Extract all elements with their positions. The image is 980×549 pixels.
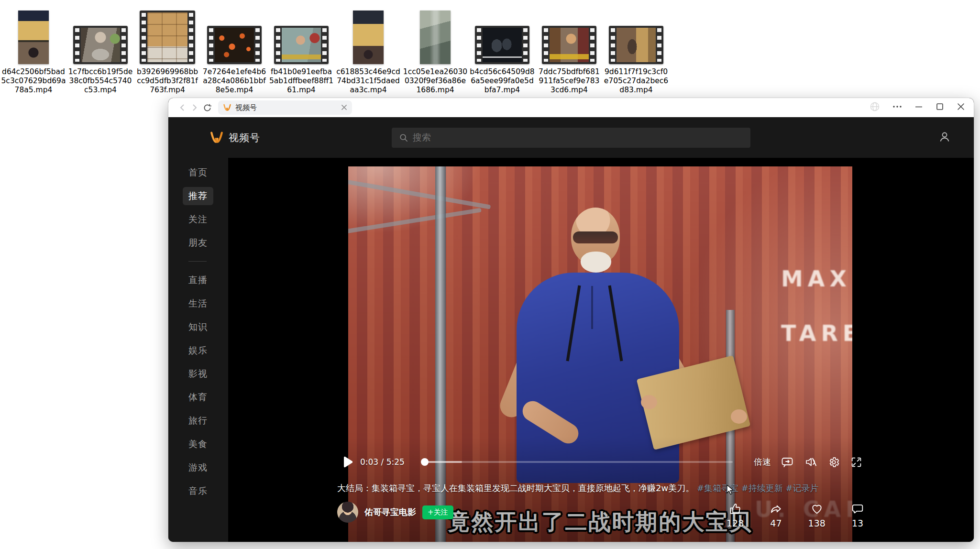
search-icon bbox=[399, 133, 408, 142]
man-arm bbox=[637, 320, 703, 410]
app-header: 视频号 搜索 bbox=[168, 117, 974, 158]
share-icon bbox=[769, 503, 782, 515]
app-window: 视频号 bbox=[168, 98, 974, 542]
video-thumbnail bbox=[353, 11, 384, 64]
channels-app: 视频号 搜索 首页 bbox=[168, 117, 974, 542]
sidebar-item[interactable]: 知识 bbox=[188, 315, 228, 339]
desktop-video-file[interactable]: d64c2506bf5bad5c3c07629bd69a78a5.mp4 bbox=[0, 7, 67, 95]
sidebar-item[interactable]: 朋友 bbox=[188, 231, 228, 254]
desktop-file-grid: d64c2506bf5bad5c3c07629bd69a78a5.mp4 1c7… bbox=[0, 7, 670, 95]
file-name: 9d611f7f19c3cf0e705c27da2bec6d83.mp4 bbox=[604, 67, 669, 95]
hashtags[interactable]: #集箱寻宝 #持续更新 #记录片 bbox=[697, 483, 819, 493]
settings-gear-icon[interactable] bbox=[828, 456, 840, 468]
sidebar-item[interactable]: 直播 bbox=[188, 268, 228, 292]
lanyard bbox=[608, 285, 623, 362]
progress-bar[interactable] bbox=[422, 461, 733, 463]
thumbs-up-icon bbox=[728, 503, 742, 515]
video-description[interactable]: 大结局：集装箱寻宝，寻宝人在集装箱里发现二战时期大宝贝，直接原地起飞，净赚2w美… bbox=[337, 483, 819, 494]
video-thumbnail bbox=[274, 26, 329, 64]
player-controls: 0:03 / 5:25 倍速 bbox=[343, 454, 862, 470]
fullscreen-icon[interactable] bbox=[850, 456, 862, 468]
sunglasses bbox=[573, 231, 618, 243]
desktop-video-file[interactable]: fb41b0e91eefba5ab1dffbeef88ff161.mp4 bbox=[268, 7, 335, 95]
beard bbox=[581, 252, 611, 273]
tab-close-icon[interactable] bbox=[341, 103, 347, 112]
man-arm bbox=[519, 397, 583, 448]
playback-speed-button[interactable]: 倍速 bbox=[754, 456, 771, 468]
account-row: 佑哥寻宝电影 +关注 bbox=[337, 502, 453, 523]
man-arm bbox=[496, 323, 553, 420]
video-thumbnail bbox=[420, 11, 451, 64]
file-name: c618853c46e9cd74bd31c1f5daedaa3c.mp4 bbox=[336, 67, 401, 95]
desktop-video-file[interactable]: 9d611f7f19c3cf0e705c27da2bec6d83.mp4 bbox=[603, 7, 670, 95]
video-thumbnail bbox=[542, 26, 596, 64]
like-action[interactable]: 128 bbox=[727, 503, 744, 528]
man-head bbox=[571, 208, 620, 265]
desktop-video-file[interactable]: b3926969968bbcc9d5dfb3f2f81f763f.mp4 bbox=[134, 7, 201, 95]
sidebar-item[interactable]: 首页 bbox=[188, 161, 228, 184]
desktop-video-file[interactable]: b4cd56c64509d86a5eee99fa0e5dbfa7.mp4 bbox=[469, 7, 536, 95]
file-name: 7ddc75bdfbf681911fa5cef9e7833cd6.mp4 bbox=[537, 67, 602, 95]
sidebar-item[interactable]: 音乐 bbox=[188, 479, 228, 503]
sidebar-item[interactable]: 推荐 bbox=[188, 184, 228, 208]
file-name: 1c7fbcc6b19f5de38c0fb554c5740c53.mp4 bbox=[68, 67, 133, 95]
share-count: 47 bbox=[770, 518, 782, 528]
desktop-video-file[interactable]: 1cc05e1ea260300320f9ef36a86e1686.mp4 bbox=[402, 7, 469, 95]
video-thumbnail bbox=[475, 26, 529, 64]
sidebar-item[interactable]: 娱乐 bbox=[188, 339, 228, 362]
sidebar-item[interactable]: 游戏 bbox=[188, 456, 228, 479]
action-bar: 128 47 138 bbox=[727, 503, 864, 528]
sidebar-item[interactable]: 影视 bbox=[188, 362, 228, 385]
sidebar-item[interactable]: 旅行 bbox=[188, 409, 228, 432]
minimize-icon[interactable] bbox=[914, 102, 923, 113]
desktop-video-file[interactable]: c618853c46e9cd74bd31c1f5daedaa3c.mp4 bbox=[335, 7, 402, 95]
lanyard bbox=[566, 285, 581, 362]
favorite-action[interactable]: 138 bbox=[808, 503, 826, 528]
like-count: 128 bbox=[727, 518, 744, 528]
danmaku-icon[interactable] bbox=[782, 456, 794, 468]
refresh-icon[interactable] bbox=[201, 101, 213, 114]
desktop-video-file[interactable]: 7e7264e1efe4b6a28c4a086b1bbf8e5e.mp4 bbox=[201, 7, 268, 95]
author-name[interactable]: 佑哥寻宝电影 bbox=[364, 506, 416, 518]
sidebar-item[interactable]: 关注 bbox=[188, 208, 228, 231]
clipboard bbox=[637, 355, 751, 450]
window-titlebar: 视频号 bbox=[168, 98, 974, 117]
play-icon[interactable] bbox=[343, 456, 352, 468]
muted-volume-icon[interactable] bbox=[805, 456, 817, 468]
file-name: d64c2506bf5bad5c3c07629bd69a78a5.mp4 bbox=[1, 67, 66, 95]
file-name: b4cd56c64509d86a5eee99fa0e5dbfa7.mp4 bbox=[470, 67, 535, 95]
brand-title: 视频号 bbox=[229, 131, 260, 144]
sidebar-item[interactable]: 生活 bbox=[188, 292, 228, 315]
video-player[interactable]: MAX. G TARE U. CAP bbox=[228, 158, 974, 542]
maximize-icon[interactable] bbox=[936, 102, 944, 113]
progress-knob[interactable] bbox=[421, 458, 429, 466]
brand[interactable]: 视频号 bbox=[209, 131, 260, 144]
avatar[interactable] bbox=[337, 502, 358, 523]
time-display: 0:03 / 5:25 bbox=[360, 457, 405, 467]
container-stencil-text: TARE bbox=[781, 320, 852, 346]
file-name: fb41b0e91eefba5ab1dffbeef88ff161.mp4 bbox=[269, 67, 334, 95]
channels-logo-icon bbox=[223, 104, 231, 111]
more-options-icon[interactable] bbox=[892, 102, 902, 113]
container-stencil-text: MAX. G bbox=[781, 266, 852, 292]
desktop-video-file[interactable]: 7ddc75bdfbf681911fa5cef9e7833cd6.mp4 bbox=[536, 7, 603, 95]
mouse-cursor bbox=[726, 484, 735, 497]
heart-icon bbox=[810, 503, 824, 515]
hand bbox=[731, 409, 747, 424]
sidebar-item[interactable]: 美食 bbox=[188, 432, 228, 456]
follow-button[interactable]: +关注 bbox=[422, 505, 453, 519]
back-icon[interactable] bbox=[176, 101, 188, 114]
forward-icon[interactable] bbox=[188, 101, 201, 114]
desktop-video-file[interactable]: 1c7fbcc6b19f5de38c0fb554c5740c53.mp4 bbox=[67, 7, 134, 95]
video-thumbnail bbox=[18, 11, 49, 64]
share-action[interactable]: 47 bbox=[769, 503, 782, 528]
profile-icon[interactable] bbox=[938, 131, 951, 145]
scaffold-bar bbox=[348, 208, 482, 235]
video-thumbnail bbox=[207, 26, 262, 64]
browser-tab[interactable]: 视频号 bbox=[218, 100, 352, 115]
search-input[interactable]: 搜索 bbox=[392, 128, 750, 148]
close-icon[interactable] bbox=[957, 102, 965, 113]
globe-icon[interactable] bbox=[870, 101, 880, 114]
comment-action[interactable]: 13 bbox=[851, 503, 864, 528]
sidebar-item[interactable]: 体育 bbox=[188, 385, 228, 409]
